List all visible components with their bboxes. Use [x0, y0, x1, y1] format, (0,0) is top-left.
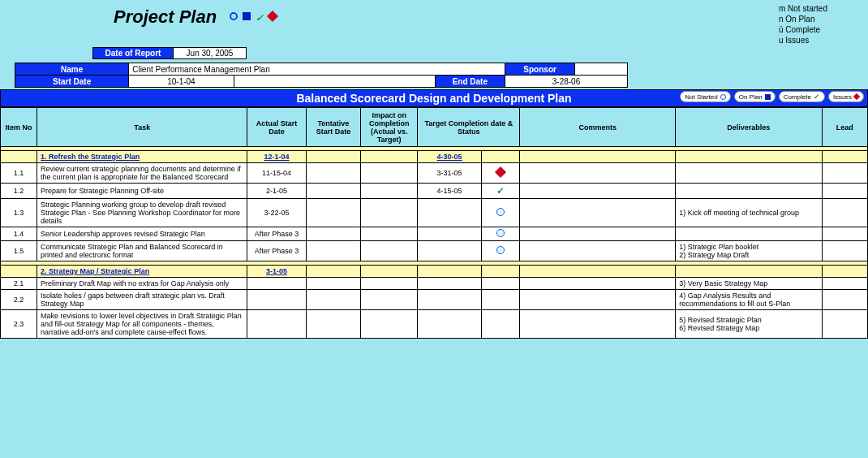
deliverables-cell: 4) Gap Analysis Results and recommendati… [676, 290, 822, 310]
comments-cell [520, 241, 676, 261]
start-date-value: 10-1-04 [129, 76, 234, 88]
actual-start-cell: 11-15-04 [247, 163, 306, 184]
start-date-label: Start Date [15, 76, 129, 88]
impact-cell [361, 184, 418, 199]
impact-cell [361, 199, 418, 227]
lead-cell [822, 163, 867, 184]
section-header-row: 1. Refresh the Strategic Plan12-1-044-30… [1, 151, 868, 163]
actual-start-cell: After Phase 3 [247, 227, 306, 241]
table-row: 1.1Review current strategic planning doc… [1, 163, 868, 184]
section-target [418, 266, 482, 278]
comments-cell [520, 163, 676, 184]
deliverables-cell: 1) Strategic Plan booklet 2) Strategy Ma… [676, 241, 822, 261]
col-comments-header: Comments [520, 108, 676, 147]
tentative-start-cell [306, 184, 361, 199]
sponsor-value [575, 63, 628, 76]
tentative-start-cell [306, 290, 361, 310]
deliverables-cell [676, 163, 822, 184]
actual-start-cell [247, 278, 306, 290]
tentative-start-cell [306, 241, 361, 261]
name-label: Name [15, 63, 129, 76]
task-cell: Make revisions to lower level objectives… [37, 310, 247, 339]
page-title: Project Plan ✓ [114, 6, 277, 28]
issues-icon [267, 11, 278, 22]
section-heading: 2. Strategy Map / Strategic Plan [37, 266, 247, 278]
comments-cell [520, 184, 676, 199]
end-date-value: 3-28-06 [505, 76, 627, 88]
table-row: 1.2Prepare for Strategic Planning Off-si… [1, 184, 868, 199]
tentative-start-cell [306, 163, 361, 184]
impact-cell [361, 227, 418, 241]
comments-cell [520, 278, 676, 290]
info-table: Name Client Performance Management Plan … [15, 63, 628, 88]
actual-start-cell: 3-22-05 [247, 199, 306, 227]
tentative-start-cell [306, 199, 361, 227]
section-astart: 12-1-04 [247, 151, 306, 163]
section-astart: 3-1-05 [247, 266, 306, 278]
status-cell: ✓ [482, 184, 520, 199]
target-date-cell: 4-15-05 [418, 184, 482, 199]
table-row: 1.3Strategic Planning working group to d… [1, 199, 868, 227]
lead-cell [822, 310, 867, 339]
section-target: 4-30-05 [418, 151, 482, 163]
col-item-header: Item No [1, 108, 37, 147]
comments-cell [520, 227, 676, 241]
target-date-cell: 3-31-05 [418, 163, 482, 184]
item-no: 1.4 [1, 227, 37, 241]
legend-complete-button[interactable]: Complete ✓ [779, 91, 825, 102]
status-cell [482, 199, 520, 227]
col-astart-header: Actual Start Date [247, 108, 306, 147]
not-started-icon [496, 229, 505, 237]
title-icons: ✓ [230, 12, 277, 24]
legend-text: m Not started n On Plan ü Complete u Iss… [779, 3, 827, 45]
task-cell: Isolate holes / gaps between draft strat… [37, 290, 247, 310]
issues-icon [495, 166, 506, 178]
deliverables-cell: 1) Kick off meeting of technical group [676, 199, 822, 227]
section-header-row: 2. Strategy Map / Strategic Plan3-1-05 [1, 266, 868, 278]
sponsor-label: Sponsor [505, 63, 574, 76]
item-no: 2.2 [1, 290, 37, 310]
tentative-start-cell [306, 310, 361, 339]
lead-cell [822, 199, 867, 227]
complete-icon: ✓ [496, 185, 505, 197]
section-heading: 1. Refresh the Strategic Plan [37, 151, 247, 163]
col-impact-header: Impact on Completion (Actual vs. Target) [361, 108, 418, 147]
not-started-icon [230, 12, 238, 20]
lead-cell [822, 278, 867, 290]
comments-cell [520, 199, 676, 227]
target-date-cell [418, 290, 482, 310]
deliverables-cell [676, 227, 822, 241]
not-started-icon [496, 246, 505, 254]
legend-issues-button[interactable]: Issues [828, 91, 864, 102]
impact-cell [361, 163, 418, 184]
target-date-cell [418, 278, 482, 290]
legend-not-started-button[interactable]: Not Started [680, 91, 730, 102]
target-date-cell [418, 310, 482, 339]
table-row: 2.1Preliminary Draft Map with no extras … [1, 278, 868, 290]
legend-on-plan-button[interactable]: On Plan [734, 91, 776, 102]
item-no: 1.5 [1, 241, 37, 261]
end-date-label: End Date [435, 76, 505, 88]
lead-cell [822, 241, 867, 261]
table-row: 2.3Make revisions to lower level objecti… [1, 310, 868, 339]
target-date-cell [418, 199, 482, 227]
item-no: 1.2 [1, 184, 37, 199]
tentative-start-cell [306, 278, 361, 290]
comments-cell [520, 290, 676, 310]
status-cell [482, 310, 520, 339]
task-cell: Prepare for Strategic Planning Off-site [37, 184, 247, 199]
table-row: 1.5Communicate Strategic Plan and Balanc… [1, 241, 868, 261]
table-row: 2.2Isolate holes / gaps between draft st… [1, 290, 868, 310]
item-no: 2.1 [1, 278, 37, 290]
deliverables-cell [676, 184, 822, 199]
task-cell: Review current strategic planning docume… [37, 163, 247, 184]
lead-cell [822, 290, 867, 310]
impact-cell [361, 310, 418, 339]
tentative-start-cell [306, 227, 361, 241]
item-no: 1.3 [1, 199, 37, 227]
impact-cell [361, 290, 418, 310]
status-cell [482, 278, 520, 290]
not-started-icon [496, 208, 505, 216]
col-lead-header: Lead [822, 108, 867, 147]
task-cell: Preliminary Draft Map with no extras for… [37, 278, 247, 290]
